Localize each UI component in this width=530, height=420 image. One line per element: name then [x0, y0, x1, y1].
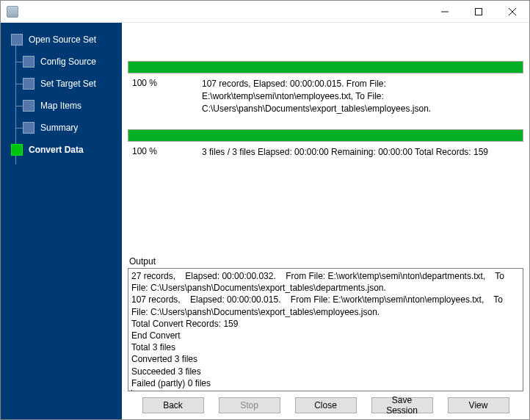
output-text: 27 records, Elapsed: 00:00:00.032. From …: [131, 271, 507, 388]
stop-button: Stop: [219, 397, 280, 413]
file-progress-row: 100 % 107 records, Elapsed: 00:00:00.015…: [128, 76, 523, 122]
maximize-button[interactable]: [462, 1, 495, 23]
text-cursor: [131, 390, 132, 391]
progress-area: 100 % 107 records, Elapsed: 00:00:00.015…: [128, 29, 523, 166]
sidebar-item-summary[interactable]: Summary: [1, 117, 122, 139]
sidebar-item-label: Convert Data: [29, 145, 84, 155]
sidebar-item-label: Open Source Set: [29, 35, 96, 45]
sidebar-item-label: Set Target Set: [40, 79, 96, 89]
file-progress-detail: 107 records, Elapsed: 00:00:00.015. From…: [202, 78, 519, 115]
sidebar-item-label: Map Items: [40, 101, 81, 111]
save-session-button[interactable]: Save Session: [371, 397, 433, 413]
sidebar-item-config-source[interactable]: Config Source: [1, 51, 122, 73]
file-progress-bar: [128, 61, 523, 73]
window-controls: [428, 1, 529, 23]
view-button[interactable]: View: [448, 397, 509, 413]
svg-rect-0: [476, 8, 482, 15]
button-row: Back Stop Close Save Session View: [128, 391, 523, 415]
total-progress-percent: 100 %: [132, 146, 202, 156]
minimize-button[interactable]: [428, 1, 462, 23]
close-dialog-button[interactable]: Close: [295, 397, 357, 413]
titlebar: [1, 1, 529, 23]
sidebar-item-convert-data[interactable]: Convert Data: [1, 139, 122, 161]
back-button[interactable]: Back: [142, 397, 204, 413]
sidebar-item-label: Config Source: [40, 57, 96, 67]
total-progress-bar: [128, 129, 523, 142]
output-label: Output: [128, 255, 523, 268]
close-button[interactable]: [495, 1, 529, 23]
file-progress-percent: 100 %: [132, 78, 202, 88]
total-progress-detail: 3 files / 3 files Elapsed: 00:00:00 Rema…: [202, 146, 519, 159]
app-icon: [7, 6, 18, 18]
sidebar-item-set-target-set[interactable]: Set Target Set: [1, 73, 122, 95]
sidebar: Open Source Set Config Source Set Target…: [1, 23, 122, 419]
output-textbox[interactable]: 27 records, Elapsed: 00:00:00.032. From …: [128, 268, 523, 391]
sidebar-item-map-items[interactable]: Map Items: [1, 95, 122, 117]
sidebar-item-label: Summary: [40, 123, 78, 133]
total-progress-row: 100 % 3 files / 3 files Elapsed: 00:00:0…: [128, 145, 523, 166]
sidebar-item-open-source-set[interactable]: Open Source Set: [1, 29, 122, 51]
main-panel: 100 % 107 records, Elapsed: 00:00:00.015…: [122, 23, 529, 419]
